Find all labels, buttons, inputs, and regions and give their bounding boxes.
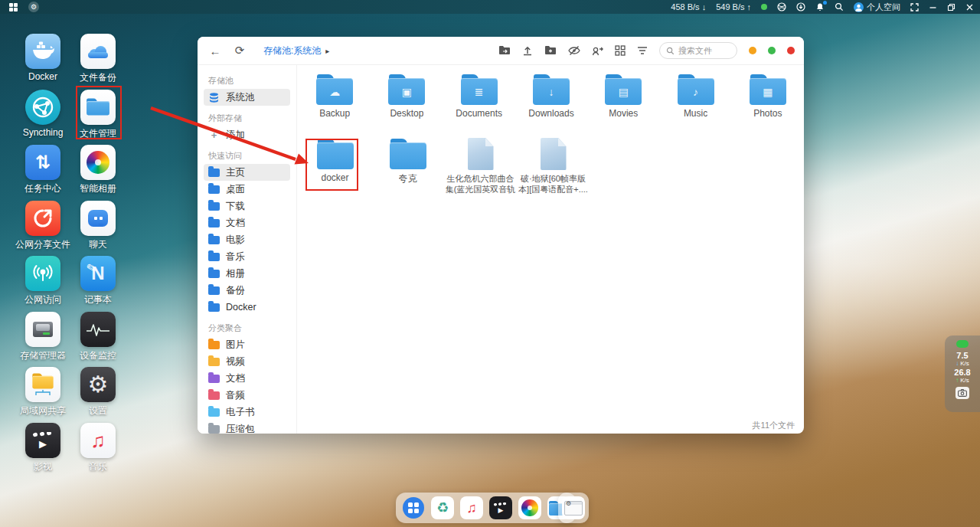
- clapperboard-icon: ▶: [25, 423, 60, 458]
- sidebar-item-ebooks[interactable]: 电子书: [204, 404, 290, 421]
- folder-icon: ▣: [388, 74, 425, 105]
- net-speed-widget[interactable]: 7.5 ↓K/s 26.8 ↑K/s: [945, 336, 980, 412]
- dock-photos[interactable]: [518, 496, 541, 519]
- desktop-icon-public-share[interactable]: 公网分享文件: [15, 201, 70, 257]
- sidebar-item-documents[interactable]: 文档: [204, 214, 290, 231]
- window-close-dot[interactable]: [787, 47, 795, 54]
- sidebar-item-movies[interactable]: 电影: [204, 231, 290, 248]
- sidebar-item-albums[interactable]: 相册: [204, 265, 290, 282]
- desktop-icon-label: 公网访问: [24, 293, 61, 306]
- sort-icon[interactable]: [637, 46, 648, 55]
- desktop-icon-file-backup[interactable]: 文件备份: [70, 34, 126, 90]
- sidebar-item-pictures[interactable]: 图片: [204, 336, 290, 353]
- grid-view-icon[interactable]: [615, 45, 626, 56]
- cloud-icon: [80, 34, 116, 69]
- dock-window-settings[interactable]: [562, 496, 585, 519]
- dock-video[interactable]: ▶: [489, 496, 512, 519]
- recycle-bin-icon: ♻: [436, 501, 449, 515]
- sidebar-item-home[interactable]: 主页: [204, 164, 290, 181]
- restore-icon[interactable]: [947, 3, 956, 11]
- breadcrumb[interactable]: 存储池:系统池 ▸: [263, 44, 329, 57]
- sidebar-item-desktop[interactable]: 桌面: [204, 181, 290, 198]
- desktop-icon-task-center[interactable]: ⇅ 任务中心: [15, 145, 70, 201]
- bell-icon[interactable]: [815, 2, 825, 11]
- folder-item-downloads[interactable]: ↓ Downloads: [515, 70, 587, 119]
- folder-item-movies[interactable]: ▤ Movies: [587, 70, 659, 119]
- new-folder-icon[interactable]: [544, 45, 557, 56]
- download-circle-icon[interactable]: [796, 2, 805, 11]
- desktop-icon-docker[interactable]: Docker: [15, 34, 70, 90]
- search-input[interactable]: [678, 46, 729, 55]
- search-box[interactable]: [659, 42, 737, 59]
- desktop-icon-chat[interactable]: 聊天: [70, 201, 126, 257]
- sidebar-item-videos[interactable]: 视频: [204, 353, 290, 370]
- green-status-icon: [956, 340, 969, 348]
- dock-music[interactable]: ♫: [460, 496, 483, 519]
- folder-icon: [208, 270, 220, 278]
- desktop-icon-file-manager[interactable]: 文件管理: [70, 90, 126, 146]
- sidebar-item-add[interactable]: + 添加: [204, 126, 290, 143]
- sidebar-item-docs[interactable]: 文档: [204, 370, 290, 387]
- back-icon[interactable]: ←: [207, 42, 224, 59]
- window-minimize-dot[interactable]: [749, 47, 756, 54]
- folder-item-backup[interactable]: ☁ Backup: [299, 70, 371, 119]
- move-folder-icon[interactable]: [498, 45, 511, 56]
- sidebar-item-backup[interactable]: 备份: [204, 282, 290, 299]
- dock-recycle-bin[interactable]: ♻: [431, 496, 454, 519]
- window-maximize-dot[interactable]: [768, 47, 776, 54]
- desktop-icon-label: 设备监控: [80, 349, 116, 362]
- folder-name: Music: [684, 108, 707, 119]
- file-item-torrent-2[interactable]: 破·地狱[60帧率版本][国粤语配音+....torr...: [517, 134, 590, 195]
- screenshot-icon[interactable]: [956, 387, 969, 399]
- folder-item-quark[interactable]: 夸克: [371, 134, 444, 195]
- folder-item-photos[interactable]: ▦ Photos: [732, 70, 804, 119]
- desktop-icon-notes[interactable]: N ✎ 记事本: [70, 256, 126, 312]
- sidebar-item-docker[interactable]: Docker: [204, 299, 290, 316]
- upload-icon[interactable]: [522, 45, 533, 56]
- desktop-icon-smart-album[interactable]: 智能相册: [70, 145, 126, 201]
- desktop-icon-storage-manager[interactable]: 存储管理器: [15, 312, 70, 368]
- folder-item-docker[interactable]: docker: [299, 134, 371, 195]
- file-name: 破·地狱[60帧率版本][国粤语配音+....torr...: [518, 174, 589, 195]
- sidebar-item-audio[interactable]: 音频: [204, 387, 290, 404]
- folder-item-desktop[interactable]: ▣ Desktop: [371, 70, 443, 119]
- file-item-torrent-1[interactable]: 生化危机六部曲合集(蓝光国英双音轨特...: [444, 134, 517, 195]
- desktop-icon-syncthing[interactable]: Syncthing: [15, 90, 70, 146]
- desktop-icon-lan-share[interactable]: 局域网共享: [15, 367, 70, 423]
- user-space-button[interactable]: 个人空间: [854, 2, 900, 13]
- fullscreen-icon[interactable]: [910, 3, 919, 11]
- folder-item-music[interactable]: ♪ Music: [659, 70, 731, 119]
- pinwheel-icon: [80, 145, 116, 180]
- desktop-icon-settings[interactable]: ⚙ 设置: [70, 367, 126, 423]
- desktop-icon-video-app[interactable]: ▶ 影视: [15, 423, 70, 479]
- sidebar-item-system-pool[interactable]: 系统池: [204, 89, 290, 106]
- database-icon: [208, 93, 220, 103]
- sidebar-item-label: 音频: [226, 389, 245, 402]
- sidebar-item-archives[interactable]: 压缩包: [204, 421, 290, 434]
- hide-files-icon[interactable]: [568, 45, 580, 56]
- folder-icon: [208, 391, 220, 400]
- blue-folder-icon: [80, 90, 116, 125]
- folder-item-documents[interactable]: ≣ Documents: [443, 70, 515, 119]
- down-arrow-emblem: ↓: [548, 87, 554, 97]
- desktop-icon-public-access[interactable]: 公网访问: [15, 256, 70, 312]
- folder-icon: [208, 185, 220, 194]
- desktop-icon-label: 聊天: [89, 238, 107, 251]
- minimize-icon[interactable]: [929, 3, 937, 11]
- sidebar-item-label: 系统池: [226, 91, 255, 104]
- folder-icon: [208, 253, 220, 261]
- app-grid-icon[interactable]: [9, 3, 18, 11]
- sidebar-item-label: 相册: [226, 267, 245, 280]
- sidebar-item-music[interactable]: 音乐: [204, 248, 290, 265]
- share-icon[interactable]: [592, 45, 603, 56]
- desktop-icon-label: 存储管理器: [20, 349, 66, 362]
- clock-icon[interactable]: ⚙: [28, 2, 39, 12]
- close-icon[interactable]: [965, 3, 974, 11]
- dock-launcher[interactable]: [402, 496, 425, 519]
- desktop-icon-music-app[interactable]: ♫ 音乐: [70, 423, 126, 479]
- search-icon[interactable]: [835, 2, 844, 11]
- refresh-icon[interactable]: ⟳: [231, 42, 248, 59]
- globe-icon[interactable]: [777, 2, 786, 11]
- sidebar-item-downloads[interactable]: 下载: [204, 198, 290, 214]
- desktop-icon-device-monitor[interactable]: 设备监控: [70, 312, 126, 368]
